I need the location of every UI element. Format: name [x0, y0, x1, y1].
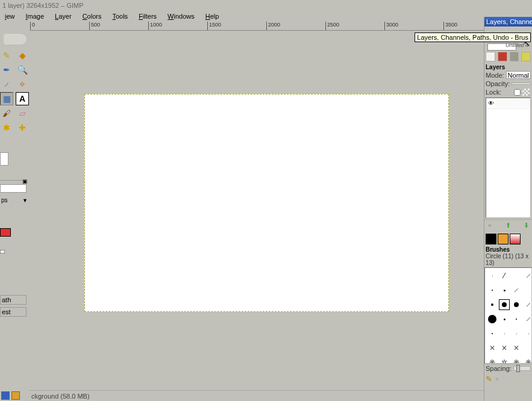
brush-item[interactable] — [487, 314, 498, 325]
tooltip: Layers, Channels, Paths, Undo - Brus — [415, 33, 531, 42]
option-button-path[interactable]: ath — [0, 295, 27, 305]
brush-item[interactable]: ❋ — [523, 357, 532, 364]
lower-layer-icon[interactable]: ⬇ — [522, 222, 530, 230]
layer-row[interactable]: 👁 — [486, 98, 530, 109]
ruler-tick: 0 — [30, 22, 35, 31]
brush-item[interactable] — [511, 299, 522, 310]
edit-brush-icon[interactable]: ✎ — [486, 375, 492, 384]
menu-filters[interactable]: Filters — [134, 12, 161, 20]
brush-item[interactable] — [523, 343, 532, 353]
brush-item[interactable] — [499, 314, 510, 325]
side-panel: Layers, Channels, Untitled 4 ↖ Layers Mo… — [484, 17, 532, 401]
brush-grid[interactable]: ∕⟋⟋⟋⟋✕✕✕❋✲❋❋ — [484, 267, 532, 364]
move-icon[interactable]: ▦ — [0, 92, 13, 105]
status-bar: ckground (58.0 MB) — [29, 390, 484, 401]
title-bar: 1 layer) 3264x1952 – GIMP — [0, 0, 532, 11]
brush-item[interactable] — [523, 328, 532, 339]
side-panel-title[interactable]: Layers, Channels, — [484, 17, 532, 26]
dropdown-icon[interactable]: ▼ — [22, 197, 28, 204]
measure-icon[interactable]: ✧ — [16, 78, 29, 91]
option-field-1[interactable] — [0, 184, 27, 193]
brush-item[interactable]: ∕ — [499, 270, 510, 281]
undo-tab[interactable] — [521, 52, 531, 61]
title-text: 1 layer) 3264x1952 – GIMP — [2, 2, 84, 9]
text-icon[interactable]: A — [16, 92, 29, 105]
path-icon[interactable]: ✒ — [0, 63, 13, 76]
swatch-orange[interactable] — [498, 234, 509, 244]
brush-item[interactable] — [511, 328, 522, 339]
spacing-label: Spacing: — [486, 365, 512, 372]
expand-icon[interactable]: ▣ — [22, 178, 28, 184]
nav-right-icon[interactable] — [11, 391, 20, 400]
brush-item[interactable] — [487, 270, 498, 281]
ruler-tick: 2500 — [325, 22, 339, 31]
spacing-slider[interactable] — [513, 366, 531, 371]
brush-item[interactable]: ⟋ — [523, 314, 532, 325]
eye-icon[interactable]: 👁 — [486, 100, 496, 107]
lock-label: Lock: — [486, 89, 501, 96]
brush-item[interactable] — [487, 285, 498, 296]
brush-icon[interactable]: 🖌 — [0, 107, 13, 120]
brush-item[interactable] — [499, 285, 510, 296]
new-brush-icon[interactable]: ▫ — [496, 375, 499, 384]
unit-select-label: ps — [1, 197, 8, 204]
brush-item[interactable]: ❋ — [487, 357, 498, 364]
fg-color-swatch[interactable] — [0, 228, 11, 237]
brush-item[interactable]: ✕ — [499, 343, 510, 353]
brush-item[interactable] — [499, 299, 510, 310]
picker-icon[interactable]: ⟋ — [0, 78, 13, 91]
eraser-icon[interactable]: ▱ — [16, 107, 29, 120]
ruler-tick: 3000 — [384, 22, 398, 31]
brush-item[interactable] — [499, 328, 510, 339]
menu-layer[interactable]: Layer — [50, 12, 77, 20]
rect-select-icon[interactable] — [3, 33, 27, 45]
layer-list[interactable]: 👁 — [486, 98, 531, 218]
mode-select[interactable]: Normal — [506, 71, 531, 79]
new-layer-icon[interactable]: ▫ — [486, 222, 494, 230]
swatch-red-grad[interactable] — [510, 234, 521, 244]
swatch-black[interactable] — [486, 234, 496, 244]
opacity-label: Opacity: — [486, 80, 510, 87]
brush-item[interactable] — [523, 285, 532, 296]
ruler-tick: 3500 — [443, 22, 457, 31]
ruler-tick: 2000 — [266, 22, 280, 31]
brush-item[interactable] — [511, 314, 522, 325]
mode-label: Mode: — [486, 72, 504, 79]
canvas[interactable] — [84, 94, 449, 312]
layers-tab[interactable] — [486, 52, 495, 61]
raise-layer-icon[interactable]: ⬆ — [504, 222, 512, 230]
lock-pixels-checkbox[interactable] — [514, 89, 521, 96]
menu-iew[interactable]: iew — [0, 12, 20, 20]
lock-alpha-icon[interactable] — [522, 89, 530, 96]
canvas-area[interactable] — [30, 31, 484, 383]
nav-left-icon[interactable] — [1, 391, 10, 400]
paths-tab[interactable] — [510, 52, 519, 61]
menu-help[interactable]: Help — [201, 12, 224, 20]
brush-item[interactable]: ✕ — [511, 343, 522, 353]
opacity-slider[interactable] — [512, 82, 531, 85]
ruler-tick: 500 — [89, 22, 100, 31]
brush-item[interactable]: ⟋ — [523, 270, 532, 281]
menu-colors[interactable]: Colors — [78, 12, 107, 20]
ruler-tick: 1500 — [207, 22, 221, 31]
brush-item[interactable] — [487, 328, 498, 339]
menu-image[interactable]: Image — [21, 12, 49, 20]
brush-item[interactable] — [487, 299, 498, 310]
brush-item[interactable]: ⟋ — [511, 285, 522, 296]
bucket-icon[interactable]: ◆ — [16, 49, 29, 62]
brush-item[interactable]: ❋ — [511, 357, 522, 364]
heal-icon[interactable]: ✚ — [16, 121, 29, 134]
brush-item[interactable]: ⟋ — [523, 299, 532, 310]
brush-item[interactable]: ✕ — [487, 343, 498, 353]
brush-item[interactable] — [511, 270, 522, 281]
option-button-est[interactable]: est — [0, 307, 27, 317]
brush-subtext: Circle (11) (13 x 13) — [484, 253, 532, 266]
brush-preview-box[interactable] — [0, 152, 8, 166]
brush-item[interactable]: ✲ — [499, 357, 510, 364]
menu-tools[interactable]: Tools — [107, 12, 133, 20]
smudge-icon[interactable]: ✱ — [0, 121, 13, 134]
channels-tab[interactable] — [498, 52, 507, 61]
zoom-icon[interactable]: 🔍 — [16, 63, 29, 76]
pencil-icon[interactable]: ✎ — [0, 49, 13, 62]
menu-windows[interactable]: Windows — [163, 12, 199, 20]
